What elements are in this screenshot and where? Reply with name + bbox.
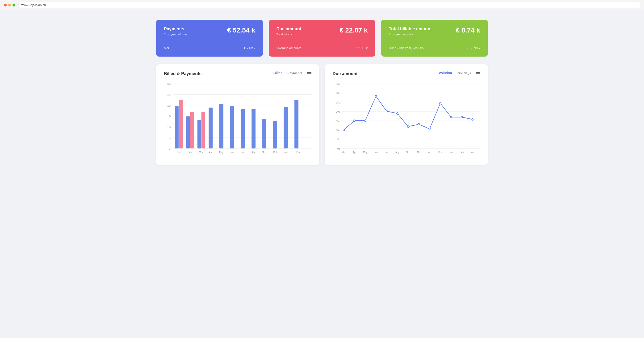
- payments-card-header: Payments This year w/o tax € 52.54 k: [164, 27, 255, 36]
- charts-row: Billed & Payments Billed Payments: [156, 64, 488, 165]
- svg-point-60: [375, 95, 377, 97]
- billed-payments-chart-card: Billed & Payments Billed Payments: [156, 64, 319, 165]
- svg-text:0k: 0k: [169, 147, 171, 150]
- svg-text:May: May: [363, 151, 368, 153]
- tab-payments[interactable]: Payments: [288, 71, 302, 76]
- total-billable-divider: [389, 42, 480, 42]
- svg-rect-27: [284, 107, 288, 148]
- due-amount-chart-header: Due amount Evolution Due days: [332, 71, 480, 76]
- svg-text:Jul: Jul: [241, 151, 244, 153]
- svg-point-61: [386, 110, 388, 112]
- due-amount-chart-title: Due amount: [332, 71, 358, 76]
- billed-payments-menu-icon[interactable]: [307, 72, 312, 75]
- tab-evolution[interactable]: Evolution: [436, 71, 452, 76]
- svg-rect-24: [252, 109, 256, 148]
- total-billable-card-header: Total billable amount This year, w/o tax…: [389, 27, 480, 36]
- svg-text:Feb: Feb: [460, 151, 464, 153]
- svg-text:Jul: Jul: [385, 151, 388, 153]
- svg-text:Aug: Aug: [252, 151, 256, 153]
- svg-text:Feb: Feb: [188, 151, 192, 153]
- payments-title: Payments: [164, 27, 188, 32]
- total-billable-subtitle: This year, w/o tax: [389, 33, 432, 36]
- svg-text:20k: 20k: [336, 110, 340, 113]
- svg-text:Sep: Sep: [406, 151, 410, 153]
- total-billable-footer: Billed (This year, w/o tax) € 59.98 k: [389, 46, 480, 50]
- svg-text:Aug: Aug: [396, 151, 400, 153]
- url-bar[interactable]: www.keyvision.eu: [18, 2, 640, 8]
- svg-rect-26: [273, 121, 277, 148]
- billed-payments-tabs: Billed Payments: [274, 71, 302, 76]
- svg-text:10k: 10k: [336, 129, 340, 132]
- svg-text:Mar: Mar: [342, 151, 346, 153]
- svg-point-67: [450, 116, 452, 118]
- svg-text:Jan: Jan: [449, 151, 453, 153]
- due-amount-card: Due amount Total w/o tax € 22.07 k Overd…: [269, 20, 375, 57]
- tab-due-days[interactable]: Due days: [457, 71, 471, 76]
- svg-text:Apr: Apr: [353, 151, 356, 153]
- svg-point-69: [472, 118, 474, 120]
- svg-text:Mar: Mar: [470, 151, 474, 153]
- due-amount-footer-left: Overdue amounts: [276, 46, 301, 50]
- billed-payments-bar-chart: 0k 5k 10k 15k 20k 25k 30k: [164, 81, 312, 158]
- browser-chrome: www.keyvision.eu: [0, 0, 644, 10]
- close-dot[interactable]: [4, 4, 7, 7]
- total-billable-amount: € 8.74 k: [456, 27, 480, 34]
- due-amount-card-header: Due amount Total w/o tax € 22.07 k: [276, 27, 368, 36]
- due-amount-title: Due amount: [276, 27, 301, 32]
- billed-payments-chart-title: Billed & Payments: [164, 71, 202, 76]
- svg-point-63: [407, 126, 409, 127]
- svg-text:Apr: Apr: [209, 151, 213, 153]
- due-amount-menu-icon[interactable]: [476, 72, 480, 75]
- svg-text:5k: 5k: [338, 138, 340, 141]
- svg-rect-15: [179, 100, 183, 148]
- main-content: Payments This year w/o tax € 52.54 k Mar…: [142, 10, 502, 175]
- payments-footer-left: Mar: [164, 46, 169, 50]
- svg-text:15k: 15k: [336, 120, 340, 122]
- payments-amount: € 52.54 k: [227, 27, 255, 34]
- svg-rect-14: [175, 106, 179, 148]
- svg-point-57: [343, 129, 344, 131]
- svg-text:25k: 25k: [336, 101, 340, 104]
- tab-billed[interactable]: Billed: [274, 71, 282, 76]
- svg-point-65: [429, 128, 430, 130]
- total-billable-footer-right: € 59.98 k: [468, 46, 480, 50]
- svg-point-64: [418, 123, 420, 125]
- svg-rect-25: [262, 119, 266, 148]
- payments-footer-right: € 7.02 k: [244, 46, 255, 50]
- payments-divider: [164, 42, 255, 42]
- total-billable-title: Total billable amount: [389, 27, 432, 32]
- svg-text:Oct: Oct: [417, 151, 421, 153]
- svg-text:25k: 25k: [168, 93, 171, 96]
- svg-point-62: [397, 113, 398, 114]
- svg-text:Oct: Oct: [273, 151, 277, 153]
- svg-text:Nov: Nov: [428, 151, 432, 153]
- maximize-dot[interactable]: [12, 4, 16, 7]
- due-amount-amount: € 22.07 k: [340, 27, 368, 34]
- billed-payments-chart-header: Billed & Payments Billed Payments: [164, 71, 312, 76]
- due-amount-divider: [276, 42, 368, 42]
- svg-text:30k: 30k: [168, 83, 171, 85]
- svg-text:35k: 35k: [336, 83, 340, 85]
- minimize-dot[interactable]: [8, 4, 11, 7]
- svg-rect-28: [294, 100, 298, 148]
- svg-text:Nov: Nov: [284, 151, 288, 153]
- svg-rect-17: [190, 112, 194, 148]
- due-amount-footer: Overdue amounts € 21.15 k: [276, 46, 368, 50]
- due-amount-tabs: Evolution Due days: [436, 71, 471, 76]
- svg-text:30k: 30k: [336, 92, 340, 95]
- svg-point-68: [461, 116, 462, 118]
- svg-rect-22: [230, 106, 234, 148]
- cards-row: Payments This year w/o tax € 52.54 k Mar…: [156, 20, 488, 57]
- total-billable-footer-left: Billed (This year, w/o tax): [389, 46, 424, 50]
- svg-text:Sep: Sep: [262, 151, 266, 153]
- svg-rect-19: [201, 112, 205, 148]
- payments-card: Payments This year w/o tax € 52.54 k Mar…: [156, 20, 263, 57]
- svg-rect-18: [198, 120, 201, 148]
- due-amount-subtitle: Total w/o tax: [276, 33, 301, 36]
- due-amount-line-chart: 0k 5k 10k 15k 20k 25k 30k 35k: [332, 81, 480, 158]
- svg-text:May: May: [219, 151, 224, 153]
- svg-text:Jun: Jun: [230, 151, 234, 153]
- due-amount-chart-card: Due amount Evolution Due days: [325, 64, 488, 165]
- svg-text:5k: 5k: [169, 136, 171, 139]
- svg-text:Dec: Dec: [438, 151, 442, 153]
